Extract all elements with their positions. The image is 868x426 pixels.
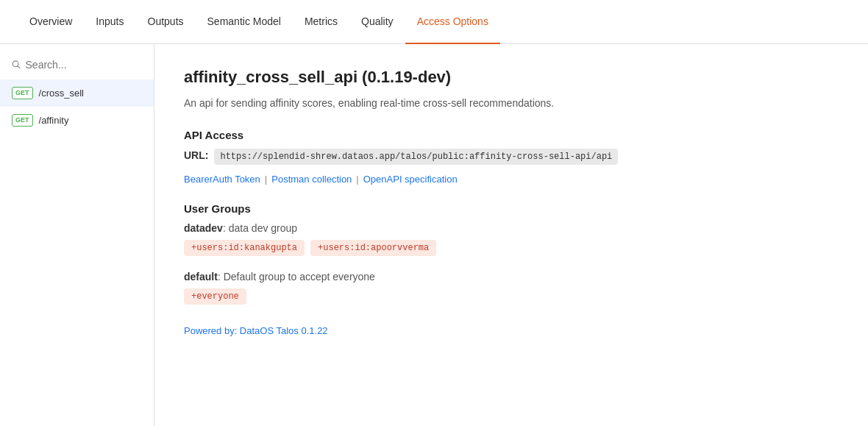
default-group-header: default: Default group to accept everyon…: [184, 271, 839, 283]
group-datadev: datadev: data dev group +users:id:kanakg…: [184, 222, 839, 256]
api-access-title: API Access: [184, 129, 839, 141]
method-badge-cross_sell: GET: [12, 87, 33, 99]
top-nav: OverviewInputsOutputsSemantic ModelMetri…: [0, 0, 868, 44]
default-group-section: default: Default group to accept everyon…: [184, 271, 839, 305]
separator-2: |: [356, 174, 358, 185]
bearer-auth-link[interactable]: BearerAuth Token: [184, 174, 260, 185]
method-badge-affinity: GET: [12, 114, 33, 127]
group-datadev-tags: +users:id:kanakgupta +users:id:apoorvver…: [184, 240, 839, 256]
nav-item-quality[interactable]: Quality: [349, 0, 405, 44]
svg-line-1: [18, 66, 20, 68]
search-icon: [12, 60, 21, 70]
nav-item-outputs[interactable]: Outputs: [136, 0, 196, 44]
url-label: URL:: [184, 149, 208, 161]
api-access-section: API Access URL: https://splendid-shrew.d…: [184, 129, 839, 185]
nav-item-overview[interactable]: Overview: [18, 0, 84, 44]
endpoint-text-affinity: /affinity: [39, 115, 69, 126]
group-datadev-header: datadev: data dev group: [184, 222, 839, 234]
sidebar-item-cross_sell[interactable]: GET/cross_sell: [0, 79, 154, 107]
search-container[interactable]: [0, 56, 154, 79]
openapi-link[interactable]: OpenAPI specification: [363, 174, 458, 185]
api-description: An api for sending affinity scores, enab…: [184, 96, 839, 111]
access-links-row: BearerAuth Token | Postman collection | …: [184, 174, 839, 185]
separator-1: |: [265, 174, 267, 185]
nav-item-semantic-model[interactable]: Semantic Model: [196, 0, 293, 44]
default-group-name: default: [184, 271, 218, 283]
endpoint-text-cross_sell: /cross_sell: [39, 88, 84, 99]
search-input[interactable]: [26, 59, 142, 71]
powered-by: Powered by: DataOS Talos 0.1.22: [184, 325, 839, 336]
powered-by-link[interactable]: Powered by: DataOS Talos 0.1.22: [184, 325, 328, 336]
api-title: affinity_cross_sell_api (0.1.19-dev): [184, 68, 839, 87]
group-datadev-name: datadev: [184, 222, 223, 234]
nav-item-metrics[interactable]: Metrics: [293, 0, 349, 44]
postman-link[interactable]: Postman collection: [271, 174, 352, 185]
sidebar-items-list: GET/cross_sellGET/affinity: [0, 79, 154, 134]
nav-item-inputs[interactable]: Inputs: [84, 0, 135, 44]
group-datadev-desc: : data dev group: [223, 222, 297, 234]
nav-item-access-options[interactable]: Access Options: [405, 0, 500, 44]
user-groups-title: User Groups: [184, 202, 839, 215]
sidebar: GET/cross_sellGET/affinity: [0, 44, 154, 426]
content-area: affinity_cross_sell_api (0.1.19-dev) An …: [154, 44, 868, 426]
sidebar-item-affinity[interactable]: GET/affinity: [0, 107, 154, 134]
tag-apoorvverma: +users:id:apoorvverma: [310, 240, 436, 256]
default-group-desc: : Default group to accept everyone: [218, 271, 375, 283]
url-value: https://splendid-shrew.dataos.app/talos/…: [214, 149, 618, 165]
user-groups-section: User Groups datadev: data dev group +use…: [184, 202, 839, 256]
main-layout: GET/cross_sellGET/affinity affinity_cros…: [0, 44, 868, 426]
tag-kanakgupta: +users:id:kanakgupta: [184, 240, 305, 256]
default-group-tags: +everyone: [184, 288, 839, 305]
tag-everyone: +everyone: [184, 288, 246, 305]
url-row: URL: https://splendid-shrew.dataos.app/t…: [184, 149, 839, 165]
